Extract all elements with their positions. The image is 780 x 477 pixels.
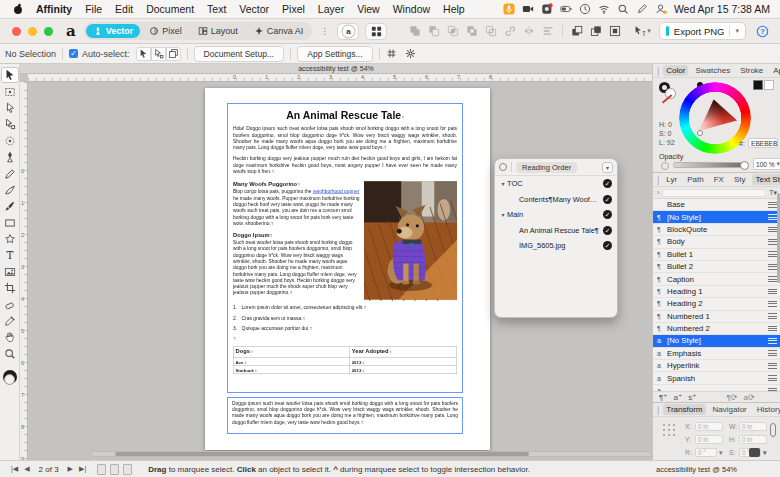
style-row-numbered1[interactable]: ¶Numbered 1 [653, 311, 780, 323]
style-row-base[interactable]: Base [653, 199, 780, 211]
style-menu-icon[interactable] [768, 213, 777, 222]
style-row-spanish[interactable]: aSpanish [653, 372, 780, 384]
style-menu-icon[interactable] [768, 361, 777, 370]
color-tab-stroke[interactable]: Stroke [737, 65, 766, 76]
reapply-character-style-icon[interactable]: a⟳ [743, 393, 754, 402]
pencil-icon[interactable] [636, 3, 648, 15]
hand-tool[interactable] [1, 329, 19, 345]
image-tool[interactable] [1, 264, 19, 280]
fill-stroke-indicator[interactable] [2, 370, 18, 388]
check-icon[interactable]: ✓ [603, 195, 612, 204]
chevron-down-icon[interactable]: ▾ [499, 180, 507, 187]
crop-tool[interactable] [1, 280, 19, 296]
style-menu-icon[interactable] [768, 374, 777, 383]
apps-grid-button[interactable] [365, 23, 387, 40]
transform-node-tool[interactable] [1, 116, 19, 132]
document-tab[interactable]: accessibility test @ 54% [20, 64, 652, 74]
style-row-heading1[interactable]: ¶Heading 1 [653, 286, 780, 298]
new-paragraph-style-icon[interactable]: ¶⁺ [659, 393, 668, 402]
opacity-slider[interactable] [673, 162, 747, 168]
menu-pixel[interactable]: Pixel [282, 3, 305, 15]
table-cell[interactable]: 2013› [349, 366, 456, 374]
window-close-button[interactable] [12, 27, 21, 36]
table-cell[interactable]: Dogs› [233, 347, 349, 358]
menubar-clock[interactable]: Wed Apr 15 7:38 AM [674, 3, 770, 15]
color-tab-color[interactable]: Color [663, 65, 688, 76]
pen-tool[interactable] [1, 149, 19, 165]
pencil-tool[interactable] [1, 165, 19, 181]
reading-order-panel[interactable]: Reading Order ▾ ▾TOC✓Contents¶Many Woofs… [494, 158, 618, 318]
app-settings-button[interactable]: App Settings... [297, 46, 373, 62]
style-menu-icon[interactable] [768, 225, 777, 234]
style-row-partial[interactable]: a [653, 385, 780, 391]
last-page-button[interactable]: ▶| [79, 465, 86, 473]
style-row-hyperlink[interactable]: aHyperlink [653, 360, 780, 372]
style-menu-icon[interactable] [768, 287, 777, 296]
hue-marker[interactable] [735, 114, 741, 120]
add-page-button[interactable] [97, 464, 106, 475]
style-menu-icon[interactable] [768, 200, 777, 209]
wifi-icon[interactable] [598, 3, 610, 15]
toolbar-overflow-dots[interactable]: ⋮ [320, 26, 329, 36]
export-caret-icon[interactable]: ▾ [735, 27, 739, 35]
table-cell[interactable]: Ace› [233, 358, 349, 366]
panel-preset-icon[interactable] [499, 163, 507, 171]
zoom-tool[interactable] [1, 346, 19, 362]
dropdown-caret-icon[interactable]: ▾ [719, 449, 723, 457]
anchor-point-selector[interactable] [661, 422, 677, 438]
main-text-frame[interactable]: An Animal Rescue Tale¶ Hola! Doggo ipsum… [227, 103, 463, 393]
menu-layer[interactable]: Layer [318, 3, 344, 15]
hyperlink-neighborhood-pupper[interactable]: neighborhood pupper [313, 189, 360, 195]
check-icon[interactable]: ✓ [603, 210, 612, 219]
style-menu-icon[interactable] [768, 262, 777, 271]
move-tool[interactable] [1, 67, 19, 83]
expand-all-icon[interactable]: › [657, 189, 659, 196]
style-menu-icon[interactable] [768, 275, 777, 284]
user-icon[interactable] [655, 3, 667, 15]
help-button[interactable]: ? [754, 23, 770, 39]
style-row-nostyle[interactable]: a[No Style] [653, 335, 780, 347]
settings-gear-icon[interactable] [405, 48, 416, 59]
autoselect-object-icon[interactable] [136, 47, 151, 61]
style-row-nostyle[interactable]: ¶[No Style] [653, 211, 780, 223]
primary-swatch[interactable] [753, 80, 763, 90]
avatar-button[interactable]: a [337, 23, 359, 40]
autoselect-node-icon[interactable] [151, 47, 166, 61]
page-indicator[interactable]: 2 of 3 [39, 465, 59, 474]
horizontal-scrollbar[interactable] [90, 451, 652, 457]
style-menu-icon[interactable] [768, 349, 777, 358]
menu-view[interactable]: View [357, 3, 380, 15]
hex-input[interactable]: EBEBEB [748, 138, 778, 148]
transform-tab-transform[interactable]: Transform [663, 404, 705, 415]
app-badge-icon[interactable] [541, 3, 553, 15]
style-menu-icon[interactable] [768, 250, 777, 259]
document-page[interactable]: An Animal Rescue Tale¶ Hola! Doggo ipsum… [205, 88, 490, 450]
reading-order-item[interactable]: ▾TOC✓ [495, 176, 617, 192]
new-character-style-icon[interactable]: a⁺ [674, 393, 683, 402]
table-cell[interactable]: Year Adopted› [349, 347, 456, 358]
opacity-well[interactable] [661, 162, 669, 170]
style-row-heading2[interactable]: ¶Heading 2 [653, 298, 780, 310]
styles-tab-sty[interactable]: Sty [731, 174, 749, 185]
transform-mode-caret[interactable]: ▾ [763, 449, 767, 457]
corner-tool[interactable] [1, 133, 19, 149]
table-cell[interactable]: 2013› [349, 358, 456, 366]
transform-mode-icon[interactable] [749, 448, 760, 457]
window-minimize-button[interactable] [28, 27, 37, 36]
transform-tab-navigator[interactable]: Navigator [710, 404, 750, 415]
microphone-icon[interactable] [503, 3, 515, 15]
shade-marker[interactable] [697, 130, 703, 136]
persona-tab-canva-ai[interactable]: Canva AI [247, 24, 311, 38]
style-menu-icon[interactable] [768, 238, 777, 247]
reading-order-item[interactable]: An Animal Rescue Tale¶✓ [495, 223, 617, 239]
marquee-tool[interactable] [1, 83, 19, 99]
next-page-button[interactable]: ▶ [68, 465, 73, 473]
check-icon[interactable]: ✓ [603, 241, 612, 250]
style-menu-icon[interactable] [768, 300, 777, 309]
check-icon[interactable]: ✓ [603, 179, 612, 188]
reading-order-tab[interactable]: Reading Order [516, 162, 577, 173]
persona-tab-vector[interactable]: Vector [86, 24, 141, 38]
styles-tab-fx[interactable]: FX [711, 174, 727, 185]
reading-order-item[interactable]: Contents¶Many Woofs→<Explicit pag...✓ [495, 192, 617, 208]
footer-text-frame[interactable]: Doggo ipsum such treat woofer lotsa pats… [227, 397, 463, 434]
